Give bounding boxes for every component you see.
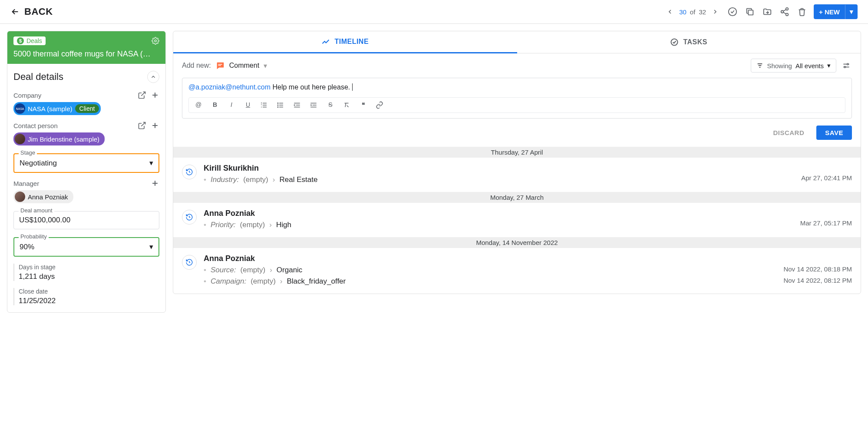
- svg-point-0: [729, 8, 736, 16]
- pager-total: 32: [699, 8, 706, 16]
- amount-value: US$100,000.00: [19, 216, 70, 225]
- tab-timeline[interactable]: TIMELINE: [173, 31, 517, 53]
- comment-input[interactable]: @a.pozniak@nethunt.com Help me out here …: [188, 83, 845, 91]
- clear-format-icon[interactable]: [343, 101, 351, 109]
- timeline-event: Anna Pozniak • Priority: (empty) › High …: [173, 203, 861, 237]
- plus-icon[interactable]: [151, 91, 159, 99]
- svg-point-2: [786, 8, 789, 10]
- comment-body: Help me out here please.: [271, 83, 350, 91]
- comment-editor[interactable]: @a.pozniak@nethunt.com Help me out here …: [182, 78, 852, 119]
- event-to: Black_friday_offer: [287, 277, 346, 286]
- company-chip[interactable]: NASA NASA (sample) Client: [13, 102, 101, 115]
- unordered-list-icon[interactable]: [277, 101, 285, 109]
- arrow-right-icon: ›: [270, 266, 272, 274]
- event-field: Source:: [211, 266, 236, 274]
- external-link-icon[interactable]: [138, 121, 146, 130]
- link-icon[interactable]: [376, 101, 384, 109]
- caret-down-icon: ▾: [149, 159, 153, 168]
- company-tag: Client: [75, 104, 99, 113]
- date-separator: Monday, 27 March: [173, 192, 861, 203]
- deal-sidebar: $ Deals 5000 thermal coffee mugs for NAS…: [7, 31, 166, 313]
- svg-point-8: [844, 66, 845, 68]
- showing-prefix: Showing: [767, 62, 792, 69]
- pager-current: 30: [679, 8, 686, 16]
- deals-badge[interactable]: $ Deals: [13, 36, 46, 45]
- plus-icon[interactable]: [151, 121, 159, 130]
- italic-icon[interactable]: I: [227, 101, 236, 109]
- gear-icon[interactable]: [152, 37, 159, 45]
- event-user: Anna Pozniak: [204, 209, 793, 218]
- ordered-list-icon[interactable]: [260, 101, 269, 109]
- company-avatar: NASA: [15, 103, 25, 114]
- prob-value: 90%: [20, 243, 34, 251]
- folder-move-icon[interactable]: [762, 6, 773, 17]
- contact-name: Jim Bridenstine (sample): [28, 135, 99, 143]
- stage-field[interactable]: Stage Negotiating ▾: [13, 153, 159, 173]
- strikethrough-icon[interactable]: S: [326, 101, 335, 109]
- deals-badge-label: Deals: [26, 37, 42, 44]
- bullet-icon: •: [204, 221, 206, 229]
- event-timestamp: Nov 14 2022, 08:18 PM: [783, 265, 852, 273]
- mention: @a.pozniak@nethunt.com: [188, 83, 271, 91]
- new-button[interactable]: + NEW ▾: [814, 4, 858, 19]
- pager-of: of: [690, 8, 696, 16]
- settings-sliders-icon[interactable]: [841, 60, 852, 71]
- deal-title: 5000 thermal coffee mugs for NASA (…: [13, 50, 159, 59]
- bold-icon[interactable]: B: [211, 101, 219, 109]
- timeline-event: Anna Pozniak • Source: (empty) › Organic…: [173, 248, 861, 294]
- history-icon: [182, 165, 197, 179]
- tab-tasks[interactable]: TASKS: [517, 31, 861, 53]
- editor-toolbar: @ B I U S ❝: [188, 97, 845, 113]
- caret-down-icon[interactable]: ▾: [264, 62, 267, 70]
- discard-button[interactable]: DISCARD: [768, 126, 809, 140]
- plus-icon[interactable]: [151, 179, 159, 188]
- event-from: (empty): [243, 175, 268, 184]
- timeline-icon: [321, 37, 330, 46]
- new-button-caret[interactable]: ▾: [845, 4, 858, 19]
- pager-prev[interactable]: [664, 6, 676, 17]
- dollar-icon: $: [17, 37, 24, 44]
- svg-point-7: [847, 63, 848, 65]
- event-to: High: [276, 221, 291, 229]
- new-button-label: + NEW: [814, 5, 845, 19]
- back-button[interactable]: BACK: [10, 6, 53, 17]
- manager-chip[interactable]: Anna Pozniak: [13, 190, 73, 203]
- bullet-icon: •: [204, 175, 206, 184]
- amount-field[interactable]: Deal amount US$100,000.00: [13, 211, 159, 229]
- save-button[interactable]: SAVE: [816, 126, 852, 140]
- contact-chip[interactable]: Jim Bridenstine (sample): [13, 132, 105, 145]
- caret-down-icon: ▾: [827, 62, 831, 69]
- copy-icon[interactable]: [744, 6, 756, 17]
- event-from: (empty): [241, 266, 266, 274]
- manager-avatar: [15, 192, 25, 202]
- outdent-icon[interactable]: [293, 101, 302, 109]
- event-timestamp: Nov 14 2022, 08:12 PM: [783, 277, 852, 284]
- section-title: Deal details: [13, 71, 63, 83]
- manager-label: Manager: [13, 180, 39, 187]
- probability-field[interactable]: Probability 90% ▾: [13, 237, 159, 257]
- prob-label: Probability: [19, 233, 49, 240]
- comment-icon: [215, 61, 225, 70]
- svg-rect-1: [748, 10, 753, 15]
- add-comment-label[interactable]: Comment: [229, 62, 259, 69]
- showing-filter[interactable]: Showing All events ▾: [751, 59, 836, 73]
- collapse-button[interactable]: [147, 71, 159, 83]
- stage-label: Stage: [19, 149, 37, 156]
- tab-timeline-label: TIMELINE: [334, 38, 369, 46]
- trash-icon[interactable]: [796, 6, 808, 17]
- add-new-label: Add new:: [182, 62, 211, 69]
- days-value: 1,211 days: [19, 272, 159, 281]
- quote-icon[interactable]: ❝: [359, 101, 368, 109]
- svg-point-11: [277, 107, 278, 108]
- share-icon[interactable]: [779, 6, 790, 17]
- days-label: Days in stage: [19, 264, 159, 271]
- history-icon: [182, 210, 197, 225]
- company-label: Company: [13, 92, 41, 99]
- at-icon[interactable]: @: [194, 101, 203, 109]
- check-circle-icon[interactable]: [727, 6, 738, 17]
- external-link-icon[interactable]: [138, 91, 146, 99]
- pager-next[interactable]: [710, 6, 721, 17]
- underline-icon[interactable]: U: [244, 101, 252, 109]
- indent-icon[interactable]: [310, 101, 318, 109]
- event-field: Campaign:: [211, 277, 246, 286]
